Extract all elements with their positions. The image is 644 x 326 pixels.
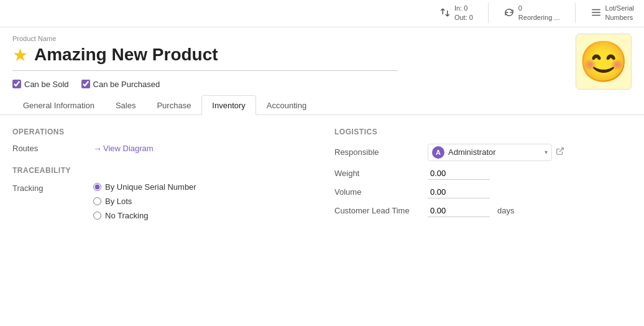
in-label: In:	[454, 4, 462, 12]
tab-general-information[interactable]: General Information	[12, 95, 105, 115]
tab-accounting[interactable]: Accounting	[256, 95, 317, 115]
can-be-purchased-label: Can be Purchased	[93, 80, 160, 89]
tab-purchase[interactable]: Purchase	[146, 95, 201, 115]
tracking-none-option[interactable]: No Tracking	[93, 211, 196, 220]
tab-content: Operations Routes → View Diagram Traceab…	[0, 115, 644, 236]
volume-field-row: Volume	[334, 186, 632, 198]
out-value: 0	[469, 14, 473, 21]
responsible-select[interactable]: A Administrator ▾	[428, 144, 552, 161]
weight-input[interactable]	[428, 167, 490, 180]
routes-field-row: Routes → View Diagram	[12, 144, 310, 154]
svg-line-3	[559, 148, 563, 152]
can-be-sold-checkbox[interactable]	[12, 80, 21, 88]
tracking-lots-radio[interactable]	[93, 197, 101, 205]
reordering-widget[interactable]: 0 Reordering ...	[499, 2, 565, 24]
volume-label: Volume	[334, 187, 428, 197]
can-be-sold-checkbox-item[interactable]: Can be Sold	[12, 80, 69, 89]
tracking-none-radio[interactable]	[93, 212, 101, 220]
external-link-icon[interactable]	[556, 147, 564, 157]
tracking-none-label: No Tracking	[105, 211, 148, 220]
routes-label: Routes	[12, 144, 93, 153]
can-be-purchased-checkbox-item[interactable]: Can be Purchased	[81, 80, 160, 89]
responsible-field-row: Responsible A Administrator ▾	[334, 144, 632, 161]
operations-title: Operations	[12, 128, 310, 136]
lot-serial-widget[interactable]: Lot/Serial Numbers	[586, 2, 639, 24]
divider-1	[488, 3, 489, 23]
product-emoji: 😊	[579, 42, 628, 82]
product-title-row: ★ Amazing New Product	[12, 45, 398, 71]
tracking-field-row: Tracking By Unique Serial Number By Lots…	[12, 182, 310, 220]
product-name-label: Product Name	[12, 35, 632, 42]
lot-serial-label: Lot/Serial	[605, 4, 634, 13]
traceability-title: Traceability	[12, 166, 310, 175]
numbers-label: Numbers	[605, 13, 634, 22]
reordering-label: Reordering ...	[518, 13, 560, 22]
tracking-serial-radio[interactable]	[93, 183, 101, 191]
product-title[interactable]: Amazing New Product	[34, 45, 218, 65]
chevron-down-icon: ▾	[545, 149, 548, 156]
product-image: 😊	[576, 34, 632, 90]
reorder-icon	[504, 7, 515, 20]
top-bar: In: 0 Out: 0 0 Reordering ... Lot/Serial…	[0, 0, 644, 27]
weight-label: Weight	[334, 169, 428, 178]
weight-field-row: Weight	[334, 167, 632, 180]
reordering-value: 0	[518, 4, 560, 13]
tracking-serial-label: By Unique Serial Number	[105, 182, 196, 192]
view-diagram-link[interactable]: → View Diagram	[93, 144, 154, 154]
tracking-radio-group: By Unique Serial Number By Lots No Track…	[93, 182, 196, 220]
responsible-label: Responsible	[334, 147, 428, 157]
in-out-widget[interactable]: In: 0 Out: 0	[435, 2, 478, 24]
tab-sales[interactable]: Sales	[105, 95, 147, 115]
checkboxes-row: Can be Sold Can be Purchased	[0, 77, 644, 95]
responsible-avatar: A	[432, 146, 444, 159]
lot-icon	[591, 7, 602, 20]
customer-lead-time-input[interactable]	[428, 205, 490, 217]
tab-inventory[interactable]: Inventory	[201, 95, 255, 115]
traceability-section: Traceability Tracking By Unique Serial N…	[12, 166, 310, 220]
can-be-purchased-checkbox[interactable]	[81, 80, 90, 88]
arrow-right-icon: →	[93, 144, 102, 154]
tracking-serial-option[interactable]: By Unique Serial Number	[93, 182, 196, 192]
tracking-lots-label: By Lots	[105, 197, 132, 206]
tracking-lots-option[interactable]: By Lots	[93, 197, 196, 206]
out-label: Out:	[454, 14, 467, 21]
product-header: Product Name ★ Amazing New Product 😊	[0, 27, 644, 71]
logistics-title: Logistics	[334, 128, 632, 136]
days-label: days	[497, 206, 514, 215]
tabs: General Information Sales Purchase Inven…	[0, 95, 644, 115]
customer-lead-time-label: Customer Lead Time	[334, 206, 428, 215]
divider-2	[575, 3, 576, 23]
transfer-icon	[439, 7, 451, 20]
favorite-star-icon[interactable]: ★	[12, 45, 28, 65]
logistics-section: Logistics Responsible A Administrator ▾	[334, 128, 632, 223]
customer-lead-time-field-row: Customer Lead Time days	[334, 205, 632, 217]
can-be-sold-label: Can be Sold	[24, 80, 69, 89]
volume-input[interactable]	[428, 186, 490, 198]
tracking-label: Tracking	[12, 182, 93, 193]
responsible-name: Administrator	[448, 147, 541, 157]
operations-section: Operations Routes → View Diagram Traceab…	[12, 128, 310, 223]
in-value: 0	[464, 4, 467, 12]
